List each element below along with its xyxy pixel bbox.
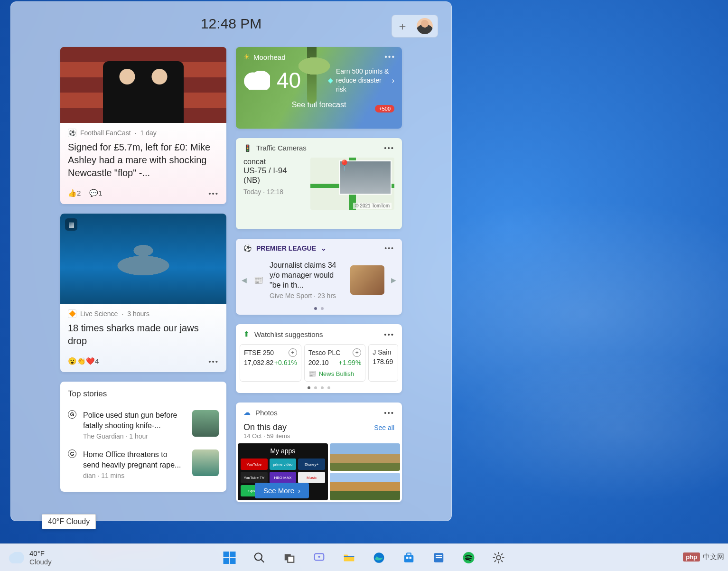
- svg-line-24: [501, 560, 503, 562]
- search-button[interactable]: [252, 551, 267, 565]
- watchlist-item[interactable]: FTSE 250+ 17,032.82+0.61%: [240, 344, 301, 382]
- top-stories-title: Top stories: [68, 389, 219, 399]
- sports-thumb: [350, 265, 384, 295]
- traffic-route: US-75 / I-94: [243, 166, 304, 176]
- source-separator: ·: [121, 310, 123, 318]
- chevron-right-icon: ›: [298, 487, 300, 495]
- sports-header: ⚽ PREMIER LEAGUE ⌄ •••: [236, 239, 402, 258]
- photo-thumb: [330, 443, 400, 471]
- guardian-icon: G: [68, 410, 76, 419]
- card-more-icon[interactable]: •••: [384, 409, 394, 417]
- add-ticker-button[interactable]: +: [353, 348, 361, 357]
- top-story-meta: dian · 11 mins: [83, 472, 186, 479]
- traffic-direction: (NB): [243, 176, 304, 185]
- traffic-card[interactable]: 🚦 Traffic Cameras ••• concat US-75 / I-9…: [236, 138, 402, 229]
- widgets-grid: ⚽ Football FanCast · 1 day Signed for £5…: [25, 47, 437, 502]
- sports-card[interactable]: ⚽ PREMIER LEAGUE ⌄ ••• ◀ 📰 Journalist cl…: [236, 239, 402, 315]
- top-story-headline: Police used stun gun before fatally shoo…: [83, 410, 186, 431]
- add-ticker-button[interactable]: +: [289, 348, 297, 357]
- stocks-icon: ⬆: [243, 330, 250, 338]
- sports-prev-button[interactable]: ◀: [241, 276, 248, 284]
- chevron-down-icon[interactable]: ⌄: [321, 244, 327, 252]
- top-story-thumb: [192, 410, 219, 437]
- file-explorer-button[interactable]: [342, 551, 356, 565]
- widgets-left-column: ⚽ Football FanCast · 1 day Signed for £5…: [60, 47, 226, 502]
- source-name: Football FanCast: [80, 129, 131, 137]
- react-emojis[interactable]: 😮👏❤️4: [68, 357, 99, 365]
- traffic-map: 📍 © 2021 TomTom: [310, 158, 394, 210]
- photos-card[interactable]: ☁ Photos ••• On this day 14 Oct · 59 ite…: [236, 403, 402, 502]
- top-story-thumb: [192, 449, 219, 476]
- user-avatar[interactable]: [417, 18, 433, 34]
- chevron-right-icon: ›: [392, 75, 394, 86]
- news-source-row: 🔶 Live Science · 3 hours: [60, 304, 226, 320]
- watchlist-row: FTSE 250+ 17,032.82+0.61% Tesco PLC+ 202…: [236, 344, 402, 382]
- chat-button[interactable]: [312, 551, 327, 565]
- sun-icon: ☀: [243, 53, 250, 61]
- svg-rect-12: [406, 556, 408, 558]
- news-reactions: 👍2 💬1 •••: [60, 184, 226, 204]
- app-tile: HBO MAX: [270, 472, 297, 483]
- photos-heading: On this day: [243, 422, 290, 432]
- svg-point-18: [496, 555, 501, 560]
- taskbar-weather-widget[interactable]: 40°F Cloudy: [9, 549, 52, 566]
- top-story-item[interactable]: G Police used stun gun before fatally sh…: [68, 405, 219, 445]
- react-thumb[interactable]: 👍2: [68, 189, 81, 197]
- news-card-football[interactable]: ⚽ Football FanCast · 1 day Signed for £5…: [60, 47, 226, 204]
- react-comment[interactable]: 💬1: [89, 189, 102, 197]
- sports-headline: Journalist claims 34 y/o manager would "…: [270, 261, 345, 290]
- weather-card[interactable]: ☀ Moorhead ••• 40 °F ◆ Earn 500 points &…: [236, 47, 402, 129]
- photo-thumb: [330, 473, 400, 500]
- settings-button[interactable]: [492, 551, 506, 565]
- card-more-icon[interactable]: •••: [384, 144, 394, 152]
- taskbar-temp: 40°F: [29, 549, 52, 557]
- spotify-button[interactable]: [462, 551, 476, 565]
- card-more-icon[interactable]: •••: [384, 244, 394, 252]
- cloud-icon: [243, 71, 270, 90]
- source-separator: ·: [135, 129, 137, 137]
- edge-button[interactable]: [372, 551, 386, 565]
- news-source-row: ⚽ Football FanCast · 1 day: [60, 123, 226, 139]
- watchlist-card[interactable]: ⬆ Watchlist suggestions ••• FTSE 250+ 17…: [236, 324, 402, 393]
- card-more-icon[interactable]: •••: [384, 53, 395, 61]
- app-tile: Music: [298, 472, 325, 483]
- source-name: Live Science: [80, 310, 118, 318]
- panel-header-actions: ＋: [392, 15, 438, 37]
- news-card-sharks[interactable]: ▦ 🔶 Live Science · 3 hours 18 times shar…: [60, 214, 226, 372]
- cloud-icon: [9, 552, 24, 563]
- svg-line-25: [495, 560, 496, 562]
- panel-header: 12:48 PM ＋: [25, 14, 437, 41]
- apps-title: My apps: [241, 447, 325, 455]
- news-headline: 18 times sharks made our jaws drop: [60, 320, 226, 352]
- weather-promo[interactable]: ◆ Earn 500 points & reduce disaster risk…: [328, 67, 394, 94]
- weather-temp: 40: [277, 67, 301, 93]
- svg-rect-11: [407, 553, 411, 555]
- taskbar: 40°F Cloudy: [0, 543, 728, 571]
- svg-point-7: [318, 555, 320, 557]
- watchlist-item[interactable]: J Sain 178.69: [368, 344, 398, 382]
- sports-next-button[interactable]: ▶: [390, 276, 397, 284]
- weather-location: Moorhead: [253, 53, 286, 61]
- see-all-link[interactable]: See all: [374, 424, 394, 431]
- start-button[interactable]: [223, 551, 237, 565]
- watchlist-item[interactable]: Tesco PLC+ 202.10+1.99% 📰 News Bullish: [304, 344, 366, 382]
- svg-rect-13: [410, 556, 411, 558]
- card-more-icon[interactable]: •••: [208, 189, 219, 197]
- add-widget-button[interactable]: ＋: [397, 20, 408, 32]
- see-more-button[interactable]: See More›: [255, 483, 309, 498]
- league-name: PREMIER LEAGUE: [256, 244, 316, 252]
- photo-thumbs: [330, 443, 400, 500]
- app-button-blue[interactable]: [432, 551, 446, 565]
- card-more-icon[interactable]: •••: [208, 357, 219, 365]
- photos-header: ☁ Photos •••: [236, 403, 402, 422]
- task-view-button[interactable]: [282, 551, 297, 565]
- ticker-price: 178.69: [373, 358, 393, 365]
- taskbar-center: [223, 551, 506, 565]
- watchlist-header: ⬆ Watchlist suggestions •••: [236, 324, 402, 344]
- card-more-icon[interactable]: •••: [384, 330, 394, 338]
- map-copyright: © 2021 TomTom: [353, 203, 392, 209]
- ticker-change: +1.99%: [338, 359, 361, 366]
- top-story-item[interactable]: G Home Office threatens to send heavily …: [68, 445, 219, 484]
- store-button[interactable]: [402, 551, 416, 565]
- widgets-right-column: ☀ Moorhead ••• 40 °F ◆ Earn 500 points &…: [236, 47, 402, 502]
